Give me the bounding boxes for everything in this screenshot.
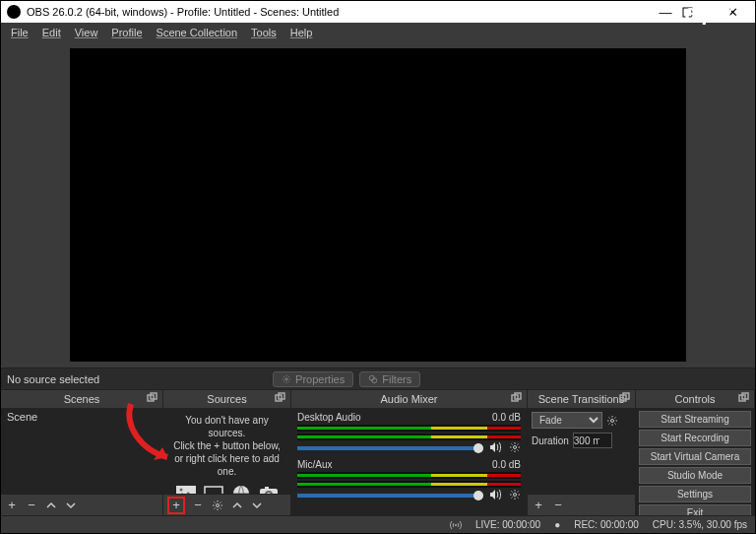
source-status-label: No source selected [7, 373, 99, 385]
preview-canvas[interactable] [70, 48, 686, 362]
menu-scene-collection[interactable]: Scene Collection [151, 25, 244, 40]
properties-label: Properties [295, 373, 345, 385]
duration-label: Duration [532, 435, 569, 446]
scene-add-button[interactable]: + [5, 499, 19, 512]
menubar: File Edit View Profile Scene Collection … [1, 23, 755, 42]
undock-icon[interactable] [619, 392, 631, 404]
sources-empty-msg: You don't have any sources. [171, 414, 283, 439]
studio-mode-button[interactable]: Studio Mode [639, 467, 751, 484]
transition-add-button[interactable]: + [532, 499, 545, 512]
speaker-icon[interactable] [489, 489, 503, 501]
start-virtual-camera-button[interactable]: Start Virtual Camera [639, 448, 751, 465]
channel-name: Desktop Audio [297, 412, 361, 423]
menu-profile[interactable]: Profile [105, 25, 148, 40]
sources-title: Sources [207, 393, 246, 405]
transition-remove-button[interactable]: − [551, 499, 565, 512]
source-add-button[interactable]: + [167, 497, 185, 514]
settings-button[interactable]: Settings [639, 486, 751, 502]
speaker-icon[interactable] [489, 441, 503, 453]
scene-remove-button[interactable]: − [25, 499, 38, 512]
broadcast-icon [450, 520, 462, 530]
scene-up-button[interactable] [44, 499, 58, 512]
svg-point-17 [217, 503, 220, 506]
docks-row: Scenes Scene + − Sources You don't have … [1, 389, 755, 515]
svg-rect-10 [205, 487, 222, 494]
svg-rect-8 [176, 486, 196, 494]
start-recording-button[interactable]: Start Recording [639, 430, 751, 446]
controls-panel: Controls Start Streaming Start Recording… [636, 390, 755, 515]
transition-select[interactable]: Fade [532, 412, 602, 429]
sources-panel: Sources You don't have any sources. Clic… [163, 390, 291, 515]
globe-icon [230, 484, 252, 494]
source-settings-button[interactable] [211, 499, 224, 512]
statusbar: LIVE: 00:00:00 ● REC: 00:00:00 CPU: 3.5%… [1, 515, 755, 533]
gear-icon[interactable] [509, 441, 521, 453]
source-up-button[interactable] [230, 499, 244, 512]
vu-meter [297, 425, 521, 432]
rec-timer: REC: 00:00:00 [574, 519, 639, 530]
duration-input[interactable] [573, 433, 612, 448]
watermark-text: alphr.com [685, 0, 750, 26]
scenes-title: Scenes [64, 393, 100, 405]
menu-tools[interactable]: Tools [245, 25, 283, 40]
svg-point-1 [285, 377, 288, 380]
vu-meter [297, 481, 521, 488]
channel-name: Mic/Aux [297, 459, 333, 470]
controls-title: Controls [675, 393, 716, 405]
volume-slider[interactable] [297, 494, 483, 498]
transitions-title: Scene Transitions [538, 393, 624, 405]
mixer-title: Audio Mixer [380, 393, 437, 405]
mixer-header: Audio Mixer [291, 390, 527, 408]
channel-level: 0.0 dB [492, 459, 521, 470]
audio-mixer-panel: Audio Mixer Desktop Audio0.0 dB Mic/Aux0… [291, 390, 528, 515]
controls-header: Controls [636, 390, 754, 408]
gear-icon[interactable] [509, 489, 521, 501]
vu-meter [297, 434, 521, 440]
menu-help[interactable]: Help [284, 25, 319, 40]
sources-list[interactable]: You don't have any sources. Click the + … [163, 408, 290, 494]
properties-button[interactable]: Properties [273, 371, 353, 387]
transitions-panel: Scene Transitions Fade Duration + − [528, 390, 636, 515]
vu-meter [297, 472, 521, 479]
scene-item[interactable]: Scene [7, 411, 157, 423]
channel-level: 0.0 dB [492, 412, 521, 423]
minimize-button[interactable]: — [649, 5, 682, 20]
source-down-button[interactable] [250, 499, 264, 512]
undock-icon[interactable] [511, 392, 523, 404]
svg-point-12 [233, 486, 249, 494]
app-icon [7, 5, 21, 19]
svg-point-9 [179, 489, 182, 492]
start-streaming-button[interactable]: Start Streaming [639, 411, 751, 428]
undock-icon[interactable] [147, 392, 158, 404]
undock-icon[interactable] [738, 392, 750, 404]
transitions-header: Scene Transitions [528, 390, 635, 408]
sources-empty-msg: or right click here to add one. [171, 452, 283, 478]
exit-button[interactable]: Exit [639, 504, 751, 515]
sources-header: Sources [163, 390, 290, 408]
svg-point-21 [514, 494, 517, 497]
menu-file[interactable]: File [5, 25, 34, 40]
svg-point-24 [611, 419, 614, 422]
scenes-panel: Scenes Scene + − [1, 390, 163, 515]
svg-point-27 [455, 524, 457, 526]
camera-icon [258, 484, 280, 494]
undock-icon[interactable] [275, 392, 286, 404]
volume-slider[interactable] [297, 446, 483, 450]
menu-view[interactable]: View [69, 25, 104, 40]
gear-icon[interactable] [606, 415, 618, 427]
scenes-list[interactable]: Scene [1, 408, 162, 494]
live-timer: LIVE: 00:00:00 [475, 519, 540, 530]
scene-down-button[interactable] [64, 499, 78, 512]
titlebar: OBS 26.0.2 (64-bit, windows) - Profile: … [1, 1, 755, 23]
source-remove-button[interactable]: − [191, 499, 205, 512]
mixer-channel: Desktop Audio0.0 dB [297, 412, 521, 453]
display-icon [203, 484, 224, 494]
filters-button[interactable]: Filters [359, 371, 420, 387]
cpu-status: CPU: 3.5%, 30.00 fps [653, 519, 747, 530]
image-icon [175, 484, 197, 494]
mixer-channel: Mic/Aux0.0 dB [297, 459, 521, 501]
application-window: OBS 26.0.2 (64-bit, windows) - Profile: … [0, 0, 756, 534]
filters-label: Filters [382, 373, 411, 385]
sources-empty-msg: Click the + button below, [171, 439, 283, 452]
menu-edit[interactable]: Edit [36, 25, 67, 40]
